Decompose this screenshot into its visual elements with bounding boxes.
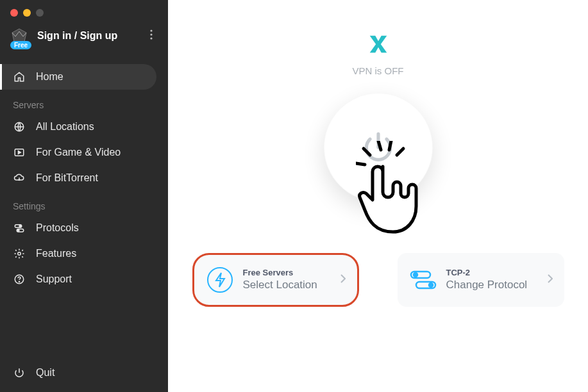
chevron-right-icon: [548, 274, 553, 286]
nav-support-label: Support: [36, 274, 72, 285]
section-settings: Settings: [0, 191, 168, 215]
minimize-window-button[interactable]: [23, 9, 31, 17]
svg-point-21: [429, 283, 433, 287]
free-badge: Free: [10, 41, 31, 49]
svg-point-19: [414, 273, 417, 277]
help-icon: [13, 274, 26, 285]
play-icon: [13, 147, 26, 158]
svg-point-8: [17, 229, 19, 231]
select-location-card[interactable]: Free Servers Select Location: [192, 253, 359, 307]
lightning-icon: [206, 266, 234, 294]
chevron-right-icon: [340, 274, 346, 286]
nav-all-locations-label: All Locations: [36, 121, 94, 133]
change-protocol-card[interactable]: TCP-2 Change Protocol: [398, 253, 564, 307]
nav-bittorrent-label: For BitTorrent: [36, 172, 98, 184]
svg-point-1: [150, 33, 152, 35]
nav-features-label: Features: [36, 248, 76, 259]
svg-point-0: [150, 29, 152, 31]
nav-bittorrent[interactable]: For BitTorrent: [0, 165, 168, 191]
nav-game-video[interactable]: For Game & Video: [0, 140, 168, 165]
nav-game-video-label: For Game & Video: [36, 147, 121, 158]
protocol-card-action: Change Protocol: [446, 278, 548, 292]
cards-row: Free Servers Select Location TCP-2 Chang…: [192, 253, 564, 307]
cloud-download-icon: [13, 172, 26, 184]
protocol-card-text: TCP-2 Change Protocol: [446, 268, 548, 293]
svg-point-6: [19, 225, 21, 227]
vpn-status-label: VPN is OFF: [352, 65, 403, 76]
location-card-action: Select Location: [243, 278, 340, 292]
fullscreen-window-button[interactable]: [36, 9, 44, 17]
window-controls: [0, 0, 168, 17]
logo-x-icon: [366, 32, 391, 59]
protocol-card-label: TCP-2: [446, 268, 548, 279]
nav-features[interactable]: Features: [0, 241, 168, 266]
power-button-wrap: [324, 93, 433, 202]
main-content: VPN is OFF: [168, 0, 588, 392]
protocol-icon: [409, 266, 437, 294]
svg-point-2: [150, 37, 152, 39]
nav-home[interactable]: Home: [0, 64, 156, 90]
globe-icon: [13, 121, 26, 133]
close-window-button[interactable]: [10, 9, 18, 17]
account-menu-button[interactable]: [145, 27, 158, 45]
nav-protocols[interactable]: Protocols: [0, 215, 168, 241]
account-row[interactable]: Free Sign in / Sign up: [0, 17, 168, 50]
toggles-icon: [13, 222, 26, 234]
power-icon: [13, 367, 26, 379]
nav-support[interactable]: Support: [0, 266, 168, 292]
crown-icon: Free: [10, 28, 28, 44]
home-icon: [13, 71, 26, 83]
svg-point-9: [18, 252, 21, 256]
nav: Home Servers All Locations For Game & Vi…: [0, 50, 168, 292]
section-servers: Servers: [0, 90, 168, 114]
nav-protocols-label: Protocols: [36, 222, 79, 234]
nav-home-label: Home: [36, 71, 63, 83]
nav-quit[interactable]: Quit: [0, 360, 168, 386]
svg-point-11: [19, 281, 19, 282]
sidebar: Free Sign in / Sign up Home Servers All …: [0, 0, 168, 392]
location-card-text: Free Servers Select Location: [243, 268, 340, 293]
location-card-label: Free Servers: [243, 268, 340, 279]
nav-all-locations[interactable]: All Locations: [0, 114, 168, 140]
gear-icon: [13, 248, 26, 259]
nav-quit-label: Quit: [36, 367, 55, 379]
vpn-power-button[interactable]: [324, 93, 433, 202]
account-label: Sign in / Sign up: [37, 30, 145, 42]
